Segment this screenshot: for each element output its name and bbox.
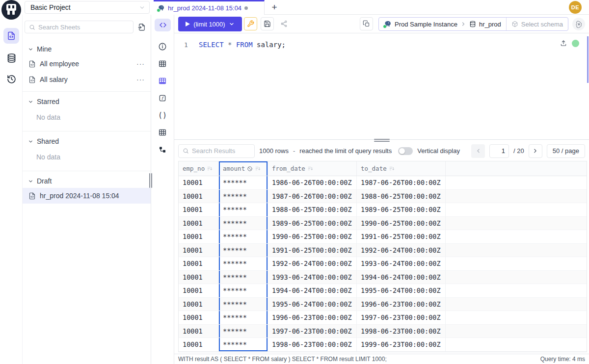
cell-amount[interactable]: ****** — [219, 338, 268, 352]
cell-from_date[interactable]: 1990-06-25T00:00:00Z — [268, 230, 357, 244]
cell-to_date[interactable]: 1998-06-23T00:00:00Z — [357, 325, 446, 338]
schema-selector[interactable]: Select schema — [506, 18, 568, 30]
cell-to_date[interactable]: 1993-06-24T00:00:00Z — [357, 257, 446, 271]
cell-amount[interactable]: ****** — [219, 257, 268, 271]
cell-to_date[interactable]: 1994-06-24T00:00:00Z — [357, 271, 446, 285]
cell-from_date[interactable]: 1998-06-23T00:00:00Z — [268, 338, 357, 352]
cell-to_date[interactable]: 1990-06-25T00:00:00Z — [357, 217, 446, 231]
cell-from_date[interactable]: 1986-06-26T00:00:00Z — [268, 176, 357, 190]
cell-emp_no[interactable]: 10001 — [179, 190, 219, 204]
cell-emp_no[interactable]: 10001 — [179, 284, 219, 298]
cell-emp_no[interactable]: 10001 — [179, 311, 219, 325]
sheet-item-all-salary[interactable]: All salary ··· — [23, 72, 151, 87]
cell-to_date[interactable]: 1988-06-25T00:00:00Z — [357, 190, 446, 204]
cell-to_date[interactable]: 1997-06-23T00:00:00Z — [357, 311, 446, 325]
cell-from_date[interactable]: 1992-06-24T00:00:00Z — [268, 257, 357, 271]
page-number-input[interactable] — [489, 144, 509, 158]
results-search-input[interactable] — [192, 147, 250, 155]
page-size-select[interactable]: 50 / page — [547, 144, 585, 158]
sheet-item-all-employee[interactable]: All employee ··· — [23, 56, 151, 72]
save-sheet-button[interactable] — [261, 17, 274, 30]
cell-amount[interactable]: ****** — [219, 203, 268, 217]
sql-editor[interactable]: 1 SELECT * FROM salary; — [174, 33, 589, 140]
item-menu-icon[interactable]: ··· — [136, 60, 145, 68]
cell-emp_no[interactable]: 10001 — [179, 271, 219, 285]
section-draft-header[interactable]: Draft — [23, 174, 151, 188]
upload-sql-icon[interactable] — [560, 39, 567, 47]
cell-amount[interactable]: ****** — [219, 190, 268, 204]
cell-amount[interactable]: ****** — [219, 176, 268, 190]
cell-to_date[interactable]: 1999-06-23T00:00:00Z — [357, 338, 446, 352]
user-avatar[interactable]: DE — [569, 1, 582, 14]
project-select[interactable]: Basic Project — [25, 1, 150, 14]
cell-amount[interactable]: ****** — [219, 244, 268, 258]
cell-to_date[interactable]: 1989-06-25T00:00:00Z — [357, 203, 446, 217]
cell-to_date[interactable]: 1991-06-25T00:00:00Z — [357, 230, 446, 244]
tab-worksheet[interactable]: hr_prod 2024-11-08 15:04 — [154, 0, 265, 15]
cell-amount[interactable]: ****** — [219, 284, 268, 298]
table-list-icon[interactable] — [158, 128, 167, 137]
rail-history-icon[interactable] — [3, 71, 19, 87]
sheet-search-box[interactable] — [25, 21, 134, 33]
column-header-emp_no[interactable]: emp_no — [179, 161, 219, 176]
new-tab-button[interactable]: + — [268, 1, 280, 13]
share-button[interactable] — [277, 17, 291, 30]
cell-amount[interactable]: ****** — [219, 311, 268, 325]
section-mine-header[interactable]: Mine — [23, 42, 151, 56]
table-panel-icon[interactable] — [158, 59, 167, 69]
cell-to_date[interactable]: 1996-06-23T00:00:00Z — [357, 298, 446, 312]
batch-query-button[interactable] — [360, 17, 373, 30]
cell-from_date[interactable]: 1997-06-23T00:00:00Z — [268, 325, 357, 338]
cell-emp_no[interactable]: 10001 — [179, 203, 219, 217]
sheet-item-draft[interactable]: hr_prod 2024-11-08 15:04 — [23, 188, 151, 204]
cell-to_date[interactable]: 1992-06-24T00:00:00Z — [357, 244, 446, 258]
section-shared-header[interactable]: Shared — [23, 134, 151, 148]
cell-emp_no[interactable]: 10001 — [179, 298, 219, 312]
rail-database-icon[interactable] — [3, 50, 19, 66]
section-starred-header[interactable]: Starred — [23, 95, 151, 108]
schema-diagram-icon[interactable] — [158, 145, 167, 155]
cell-from_date[interactable]: 1994-06-24T00:00:00Z — [268, 284, 357, 298]
cell-from_date[interactable]: 1988-06-25T00:00:00Z — [268, 203, 357, 217]
column-header-from_date[interactable]: from_date — [268, 161, 357, 176]
item-menu-icon[interactable]: ··· — [136, 76, 145, 83]
bytebase-logo[interactable] — [1, 0, 21, 20]
cell-from_date[interactable]: 1987-06-26T00:00:00Z — [268, 190, 357, 204]
results-resize-handle[interactable] — [374, 139, 390, 142]
cell-emp_no[interactable]: 10001 — [179, 244, 219, 258]
column-header-to_date[interactable]: to_date — [357, 161, 446, 176]
cell-to_date[interactable]: 1995-06-24T00:00:00Z — [357, 284, 446, 298]
sheet-search-input[interactable] — [38, 24, 129, 31]
cell-to_date[interactable]: 1987-06-26T00:00:00Z — [357, 176, 446, 190]
cell-emp_no[interactable]: 10001 — [179, 217, 219, 231]
cell-amount[interactable]: ****** — [219, 230, 268, 244]
next-page-button[interactable] — [529, 144, 542, 158]
cell-amount[interactable]: ****** — [219, 325, 268, 338]
run-query-button[interactable]: (limit 1000) — [178, 17, 242, 31]
cell-from_date[interactable]: 1996-06-23T00:00:00Z — [268, 311, 357, 325]
cell-amount[interactable]: ****** — [219, 298, 268, 312]
vertical-display-toggle[interactable] — [398, 147, 413, 155]
masked-table-icon[interactable] — [158, 76, 167, 86]
cell-from_date[interactable]: 1993-06-24T00:00:00Z — [268, 271, 357, 285]
cell-from_date[interactable]: 1991-06-25T00:00:00Z — [268, 244, 357, 258]
cell-from_date[interactable]: 1995-06-24T00:00:00Z — [268, 298, 357, 312]
parentheses-panel-icon[interactable]: () — [158, 110, 167, 120]
function-panel-icon[interactable]: f — [158, 93, 167, 103]
database-selector[interactable]: Prod Sample Instance hr_prod — [379, 18, 506, 30]
cell-from_date[interactable]: 1989-06-25T00:00:00Z — [268, 217, 357, 231]
cell-emp_no[interactable]: 10001 — [179, 338, 219, 352]
results-search-box[interactable] — [178, 144, 255, 158]
cell-amount[interactable]: ****** — [219, 271, 268, 285]
ai-assistant-button[interactable] — [572, 18, 585, 30]
cell-amount[interactable]: ****** — [219, 217, 268, 231]
cell-emp_no[interactable]: 10001 — [179, 257, 219, 271]
sidebar-resize-handle[interactable] — [149, 173, 152, 188]
prev-page-button[interactable] — [471, 144, 485, 158]
cell-emp_no[interactable]: 10001 — [179, 176, 219, 190]
cell-emp_no[interactable]: 10001 — [179, 325, 219, 338]
format-sql-button[interactable] — [244, 17, 257, 30]
cell-emp_no[interactable]: 10001 — [179, 230, 219, 244]
rail-worksheet-icon[interactable] — [3, 28, 19, 44]
import-sheet-icon[interactable] — [136, 22, 147, 32]
